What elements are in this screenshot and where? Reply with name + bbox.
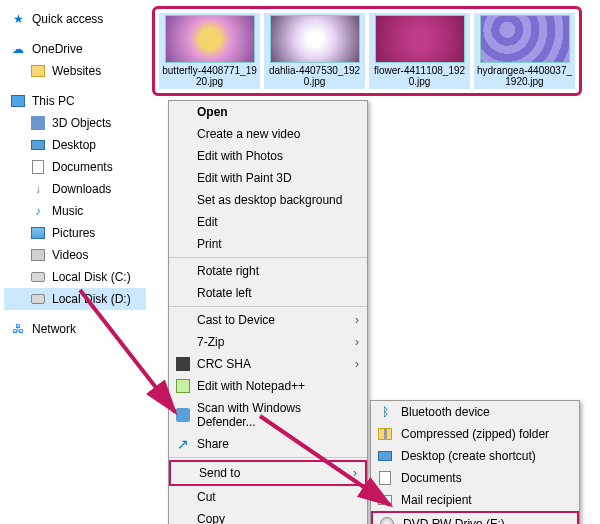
file-name: hydrangea-4408037_1920.jpg	[476, 65, 573, 87]
nav-label: This PC	[32, 94, 75, 108]
file-thumbnail[interactable]: hydrangea-4408037_1920.jpg	[474, 13, 575, 89]
music-icon: ♪	[30, 203, 46, 219]
menu-label: Rotate left	[197, 286, 252, 300]
videos-folder[interactable]: Videos	[4, 244, 146, 266]
file-thumbnail[interactable]: butterfly-4408771_1920.jpg	[159, 13, 260, 89]
menu-create-video[interactable]: Create a new video	[169, 123, 367, 145]
menu-label: Documents	[401, 471, 462, 485]
document-icon	[30, 159, 46, 175]
quick-access[interactable]: ★Quick access	[4, 8, 146, 30]
desktop-icon	[377, 448, 393, 464]
disk-icon	[30, 269, 46, 285]
menu-rotate-right[interactable]: Rotate right	[169, 260, 367, 282]
submenu-dvd-drive[interactable]: DVD RW Drive (F:)	[371, 511, 579, 524]
menu-separator	[169, 257, 367, 258]
menu-print[interactable]: Print	[169, 233, 367, 255]
menu-rotate-left[interactable]: Rotate left	[169, 282, 367, 304]
menu-copy[interactable]: Copy	[169, 508, 367, 524]
zip-icon	[377, 426, 393, 442]
menu-label: Open	[197, 105, 228, 119]
submenu-bluetooth[interactable]: ᛒBluetooth device	[371, 401, 579, 423]
file-name: dahlia-4407530_1920.jpg	[266, 65, 363, 87]
chevron-right-icon: ›	[355, 357, 359, 371]
image-preview	[375, 15, 465, 63]
document-icon	[377, 470, 393, 486]
send-to-submenu: ᛒBluetooth device Compressed (zipped) fo…	[370, 400, 580, 524]
menu-label: Cast to Device	[197, 313, 275, 327]
submenu-documents[interactable]: Documents	[371, 467, 579, 489]
local-disk-c[interactable]: Local Disk (C:)	[4, 266, 146, 288]
nav-label: Pictures	[52, 226, 95, 240]
nav-label: Local Disk (D:)	[52, 292, 131, 306]
this-pc[interactable]: This PC	[4, 90, 146, 112]
music-folder[interactable]: ♪Music	[4, 200, 146, 222]
cube-icon	[30, 115, 46, 131]
3d-objects[interactable]: 3D Objects	[4, 112, 146, 134]
submenu-desktop-shortcut[interactable]: Desktop (create shortcut)	[371, 445, 579, 467]
nav-label: Documents	[52, 160, 113, 174]
menu-defender[interactable]: Scan with Windows Defender...	[169, 397, 367, 433]
nav-label: Websites	[52, 64, 101, 78]
menu-label: Edit	[197, 215, 218, 229]
menu-label: Compressed (zipped) folder	[401, 427, 549, 441]
menu-notepadpp[interactable]: Edit with Notepad++	[169, 375, 367, 397]
file-thumbnail[interactable]: flower-4411108_1920.jpg	[369, 13, 470, 89]
menu-label: Send to	[199, 466, 240, 480]
dvd-icon	[379, 516, 395, 524]
menu-cut[interactable]: Cut	[169, 486, 367, 508]
menu-label: Set as desktop background	[197, 193, 342, 207]
nav-label: 3D Objects	[52, 116, 111, 130]
onedrive-websites[interactable]: Websites	[4, 60, 146, 82]
downloads-folder[interactable]: ↓Downloads	[4, 178, 146, 200]
menu-7zip[interactable]: 7-Zip›	[169, 331, 367, 353]
menu-edit-paint3d[interactable]: Edit with Paint 3D	[169, 167, 367, 189]
nav-label: Videos	[52, 248, 88, 262]
menu-open[interactable]: Open	[169, 101, 367, 123]
chevron-right-icon: ›	[353, 466, 357, 480]
documents-folder[interactable]: Documents	[4, 156, 146, 178]
menu-label: CRC SHA	[197, 357, 251, 371]
menu-label: Share	[197, 437, 229, 451]
menu-label: Copy	[197, 512, 225, 524]
nav-label: Local Disk (C:)	[52, 270, 131, 284]
chevron-right-icon: ›	[355, 313, 359, 327]
menu-cast[interactable]: Cast to Device›	[169, 309, 367, 331]
disk-icon	[30, 291, 46, 307]
nav-label: Desktop	[52, 138, 96, 152]
menu-separator	[169, 306, 367, 307]
menu-edit[interactable]: Edit	[169, 211, 367, 233]
onedrive[interactable]: ☁OneDrive	[4, 38, 146, 60]
defender-icon	[175, 407, 191, 423]
network[interactable]: 🖧Network	[4, 318, 146, 340]
menu-share[interactable]: ↗Share	[169, 433, 367, 455]
image-preview	[165, 15, 255, 63]
menu-label: DVD RW Drive (F:)	[403, 517, 505, 524]
file-thumbnail[interactable]: dahlia-4407530_1920.jpg	[264, 13, 365, 89]
mail-icon	[377, 492, 393, 508]
menu-edit-photos[interactable]: Edit with Photos	[169, 145, 367, 167]
menu-label: Mail recipient	[401, 493, 472, 507]
share-icon: ↗	[175, 436, 191, 452]
crc-icon	[175, 356, 191, 372]
pictures-icon	[30, 225, 46, 241]
notepadpp-icon	[175, 378, 191, 394]
bluetooth-icon: ᛒ	[377, 404, 393, 420]
star-icon: ★	[10, 11, 26, 27]
submenu-mail[interactable]: Mail recipient	[371, 489, 579, 511]
image-preview	[480, 15, 570, 63]
submenu-compressed[interactable]: Compressed (zipped) folder	[371, 423, 579, 445]
file-name: flower-4411108_1920.jpg	[371, 65, 468, 87]
desktop-folder[interactable]: Desktop	[4, 134, 146, 156]
context-menu: Open Create a new video Edit with Photos…	[168, 100, 368, 524]
local-disk-d[interactable]: Local Disk (D:)	[4, 288, 146, 310]
nav-label: Quick access	[32, 12, 103, 26]
menu-label: Create a new video	[197, 127, 300, 141]
menu-send-to[interactable]: Send to›	[169, 460, 367, 486]
menu-label: Edit with Notepad++	[197, 379, 305, 393]
menu-crc-sha[interactable]: CRC SHA›	[169, 353, 367, 375]
pictures-folder[interactable]: Pictures	[4, 222, 146, 244]
menu-label: Cut	[197, 490, 216, 504]
menu-set-desktop[interactable]: Set as desktop background	[169, 189, 367, 211]
download-icon: ↓	[30, 181, 46, 197]
menu-label: Print	[197, 237, 222, 251]
